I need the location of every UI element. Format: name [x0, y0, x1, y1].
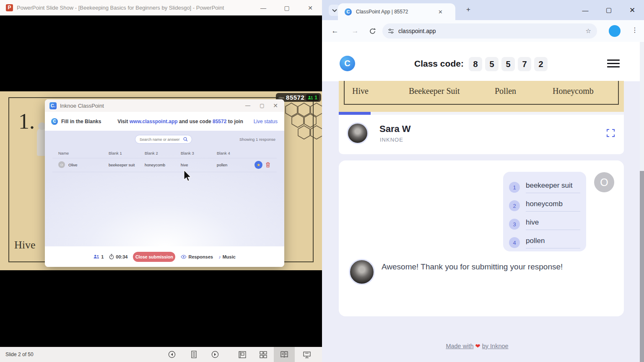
previous-slide-button[interactable] [161, 347, 182, 362]
forward-button[interactable]: → [350, 26, 360, 36]
award-star-button[interactable]: ★ [254, 161, 262, 169]
class-code-digit: 7 [518, 57, 531, 71]
participants-icon [308, 96, 313, 100]
back-button[interactable]: ← [330, 26, 340, 36]
participant-count: 1 [314, 95, 317, 101]
minimize-button[interactable]: — [252, 0, 275, 16]
answer-blank1: beekeeper suit [109, 163, 135, 167]
new-tab-button[interactable]: + [466, 5, 470, 14]
progress-fill [339, 112, 371, 115]
answer-number: 2 [509, 200, 520, 211]
join-url-link[interactable]: www.classpoint.app [130, 119, 178, 124]
slide-hive-label: Hive [14, 239, 36, 251]
answer-row: 4 pollen [509, 233, 580, 252]
student-avatar: O [58, 161, 65, 168]
timer-stat: 00:34 [109, 254, 127, 259]
made-with-link[interactable]: Made with ❤ by Inknoe [322, 343, 632, 349]
slide-preview: Hive Beekeeper Suit Pollen Honeycomb [339, 81, 624, 112]
participant-stat: 1 [93, 254, 104, 259]
slide-counter: Slide 2 of 50 [5, 352, 34, 357]
student-initial-avatar: O [594, 172, 614, 192]
classpoint-maximize-button[interactable]: ▢ [255, 99, 269, 112]
normal-view-button[interactable] [232, 347, 253, 362]
powerpoint-window: P PowerPoint Slide Show - [Beekeeping Ba… [0, 0, 322, 362]
notes-button[interactable] [183, 347, 204, 362]
app-header: C Class code: 8 5 5 7 2 [322, 42, 644, 81]
tab-close-icon[interactable]: ✕ [438, 9, 443, 15]
classpoint-minimize-button[interactable]: — [241, 99, 255, 112]
delete-response-icon[interactable] [266, 162, 270, 168]
presenter-avatar [347, 122, 369, 144]
student-answers-bubble: 1 beekeeper suit 2 honeycomb 3 hive 4 po… [503, 172, 586, 251]
column-blank3: Blank 3 [181, 151, 194, 155]
column-blank4: Blank 4 [217, 151, 230, 155]
scrollbar-thumb[interactable] [640, 171, 644, 362]
browser-minimize-button[interactable]: — [574, 0, 597, 20]
url-text[interactable]: classpoint.app [398, 28, 436, 34]
slide-label-beekeeper-suit: Beekeeper Suit [409, 86, 460, 96]
classpoint-app-icon: C. [49, 102, 57, 109]
search-box[interactable] [135, 135, 192, 144]
join-instructions: Visit www.classpoint.app and use code 85… [108, 119, 253, 124]
answer-row: 1 beekeeper suit [509, 178, 580, 197]
reading-view-button[interactable] [274, 347, 295, 362]
answer-blank4: pollen [217, 163, 227, 167]
profile-avatar[interactable] [609, 25, 621, 37]
answer-row: 2 honeycomb [509, 197, 580, 215]
browser-maximize-button[interactable]: ▢ [597, 0, 621, 20]
next-slide-button[interactable] [205, 347, 226, 362]
activity-type-label: Fill in the Blanks [61, 119, 101, 124]
menu-hamburger-icon[interactable] [607, 59, 620, 67]
close-submission-button[interactable]: Close submission [133, 252, 175, 262]
powerpoint-logo-icon: P [6, 4, 13, 11]
fullscreen-icon[interactable] [607, 129, 615, 137]
classpoint-window-title: Inknoe ClassPoint [60, 103, 104, 109]
honeycomb-decoration [282, 100, 322, 147]
search-icon[interactable] [183, 137, 188, 142]
answer-blank2: honeycomb [145, 163, 165, 167]
classpoint-close-button[interactable]: ✕ [268, 99, 283, 112]
browser-toolbar: ← → classpoint.app ☆ ⋮ [322, 20, 644, 42]
class-code-digit: 5 [485, 57, 499, 71]
live-status-link[interactable]: Live status [254, 119, 278, 124]
activity-header: C Fill in the Blanks Visit www.classpoin… [45, 112, 284, 131]
tab-strip: C ClassPoint App | 85572 ✕ + — ▢ ✕ [322, 0, 644, 20]
heart-icon: ❤ [475, 343, 480, 349]
page-scrollbar[interactable] [640, 42, 644, 362]
responses-toggle[interactable]: Responses [181, 254, 213, 259]
music-toggle[interactable]: ♪ Music [218, 254, 236, 259]
reload-button[interactable] [367, 26, 377, 36]
address-bar[interactable]: classpoint.app ☆ [382, 23, 597, 39]
column-blank2: Blank 2 [145, 151, 158, 155]
maximize-button[interactable]: ▢ [275, 0, 299, 16]
slide-label-hive: Hive [352, 86, 369, 96]
table-row[interactable]: O Olive beekeeper suit honeycomb hive po… [45, 158, 284, 172]
mouse-cursor [183, 170, 192, 182]
powerpoint-titlebar: P PowerPoint Slide Show - [Beekeeping Ba… [0, 0, 322, 16]
answer-row: 3 hive [509, 215, 580, 233]
classpoint-web-app: C Class code: 8 5 5 7 2 Hive Beekeeper S… [322, 42, 644, 362]
class-badge-code: 85572 [286, 94, 304, 101]
eye-icon [181, 255, 187, 259]
teacher-avatar [349, 259, 375, 285]
class-badge-prefix: class [278, 96, 284, 99]
slideshow-view-button[interactable] [296, 347, 317, 362]
column-blank1: Blank 1 [109, 151, 122, 155]
browser-window: C ClassPoint App | 85572 ✕ + — ▢ ✕ ← → c… [322, 0, 644, 362]
browser-menu-icon[interactable]: ⋮ [631, 26, 638, 34]
site-settings-icon[interactable] [388, 28, 394, 34]
answer-text: pollen [526, 237, 580, 248]
join-code: 85572 [213, 119, 226, 124]
answer-text: hive [526, 218, 580, 230]
browser-close-button[interactable]: ✕ [621, 0, 644, 20]
close-button[interactable]: ✕ [299, 0, 322, 16]
search-input[interactable] [140, 137, 183, 142]
class-code-digit: 2 [534, 57, 548, 71]
classpoint-footer: 1 00:34 Close submission Responses ♪ Mus… [45, 246, 284, 267]
active-tab[interactable]: C ClassPoint App | 85572 ✕ [338, 3, 455, 20]
bookmark-star-icon[interactable]: ☆ [586, 27, 591, 35]
slide-sorter-view-button[interactable] [253, 347, 274, 362]
participant-counter: 1 [306, 94, 319, 101]
powerpoint-title: PowerPoint Slide Show - [Beekeeping Basi… [17, 5, 224, 11]
responses-panel: Showing 1 response Name Blank 1 Blank 2 … [45, 131, 284, 246]
